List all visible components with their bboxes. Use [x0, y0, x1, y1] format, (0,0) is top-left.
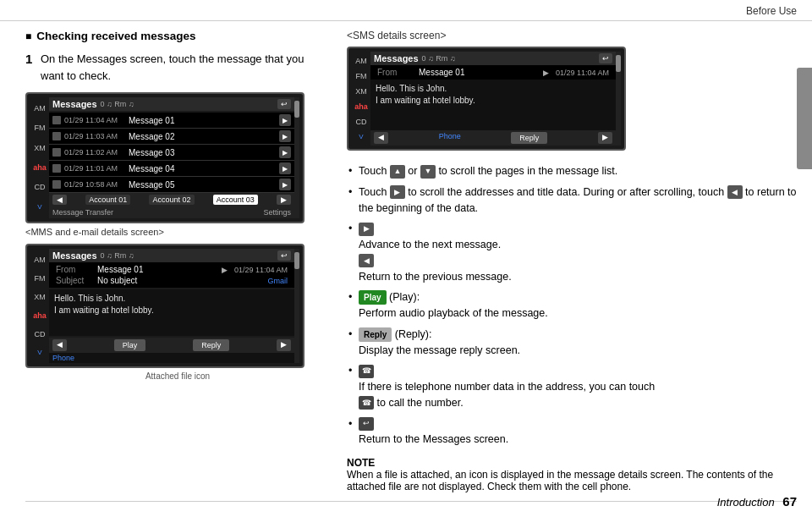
play-btn[interactable]: ▶ [279, 130, 291, 142]
mms-play-btn[interactable]: Play [114, 339, 146, 351]
aha-icon: aha [31, 162, 48, 173]
table-row[interactable]: 01/29 11:01 AM Message 04 ▶ [49, 161, 294, 177]
table-row[interactable]: 01/29 11:04 AM Message 01 ▶ [49, 113, 294, 129]
nav-right[interactable]: ▶ [277, 195, 291, 205]
play-label[interactable]: Play [359, 290, 387, 305]
note-text: When a file is attached, an icon is disp… [347, 469, 773, 492]
side-icons: AM FM XM aha CD V [30, 97, 49, 218]
message-list: 01/29 11:04 AM Message 01 ▶ 01/29 11:03 … [49, 113, 294, 193]
sms-from-label: From [377, 68, 415, 77]
top-bar-left: Messages 0 ♫ Rm ♫ [52, 99, 134, 109]
mms-back-btn[interactable]: ↩ [277, 250, 291, 261]
mms-screen-row: AM FM XM aha CD V Messages 0 ♫ Rm ♫ ↩ [30, 249, 299, 363]
msg-name: Message 04 [129, 164, 276, 173]
sms-screen-mockup: AM FM XM aha CD V Messages 0 ♫ Rm ♫ ↩ [347, 47, 626, 151]
phone-icon2: ☎ [359, 396, 374, 410]
subject-label: Subject [56, 276, 94, 285]
step1: 1 On the Messages screen, touch the mess… [25, 51, 330, 84]
up-arrow-btn[interactable] [390, 165, 405, 179]
nav-left[interactable]: ◀ [52, 195, 67, 205]
mms-nav-left[interactable]: ◀ [52, 339, 67, 351]
msg-name: Message 02 [129, 132, 276, 141]
note-section: NOTE When a file is attached, an icon is… [347, 457, 797, 492]
mms-phone-label: Phone [49, 353, 294, 363]
play-btn[interactable]: ▶ [279, 114, 291, 126]
attached-caption: Attached file icon [25, 371, 330, 381]
sms-from-value: Message 01 [419, 68, 540, 77]
sms-icons-text: 0 ♫ Rm ♫ [422, 54, 456, 63]
mms-nav-right[interactable]: ▶ [277, 339, 291, 351]
sms-reply-btn[interactable]: Reply [511, 132, 547, 144]
subject-value: No subject [97, 276, 264, 285]
msg-icon [52, 180, 61, 189]
sms-phone-label: Phone [439, 132, 461, 144]
sms-nav-left[interactable]: ◀ [374, 132, 388, 144]
table-row[interactable]: 01/29 11:02 AM Message 03 ▶ [49, 145, 294, 161]
right-column: <SMS details screen> AM FM XM aha CD V M… [347, 30, 797, 492]
left-arrow-btn1[interactable] [727, 185, 743, 199]
v-label2: V [31, 347, 48, 359]
play-icon[interactable]: ▶ [222, 266, 228, 274]
list-item: Touch or to scroll the pages in the mess… [347, 161, 797, 182]
settings-btn[interactable]: Settings [263, 208, 291, 217]
msg-date: 01/29 11:04 AM [64, 116, 125, 124]
msg-icon [52, 164, 61, 173]
from-label: From [56, 265, 94, 274]
sms-scroll-thumb [616, 55, 621, 72]
mms-screen-mockup: AM FM XM aha CD V Messages 0 ♫ Rm ♫ ↩ [25, 244, 304, 368]
account03-btn[interactable]: Account 03 [213, 195, 258, 205]
play-btn[interactable]: ▶ [279, 162, 291, 174]
footer-intro: Introduction [717, 496, 775, 509]
play-btn[interactable]: ▶ [279, 179, 291, 190]
account01-btn[interactable]: Account 01 [85, 195, 130, 205]
mms-scroll-thumb [294, 252, 299, 269]
back-button[interactable]: ↩ [277, 99, 291, 109]
transfer-btn[interactable]: Message Transfer [52, 208, 113, 217]
sms-title: Messages [374, 53, 419, 63]
section-heading: Checking received messages [25, 30, 330, 42]
mms-body-text: Hello. This is John.I am waiting at hote… [54, 294, 154, 315]
step-number: 1 [25, 52, 32, 66]
sms-back-btn[interactable]: ↩ [599, 53, 612, 63]
sms-from: From Message 01 ▶ 01/29 11:04 AM [374, 67, 612, 78]
v-label3: V [353, 131, 370, 143]
msg-date: 01/29 11:01 AM [64, 164, 125, 173]
left-arrow-btn2[interactable] [359, 254, 374, 267]
sms-nav-right[interactable]: ▶ [598, 132, 612, 144]
account02-btn[interactable]: Account 02 [149, 195, 194, 205]
right-arrow-btn1[interactable] [390, 185, 405, 199]
sms-play-icon[interactable]: ▶ [543, 69, 549, 77]
xm-icon3: XM [353, 85, 370, 97]
msg-date: 01/29 11:03 AM [64, 132, 125, 140]
mms-body: Hello. This is John.I am waiting at hote… [49, 289, 294, 336]
page-footer: Introduction 67 [717, 494, 797, 509]
sms-body-text: Hello. This is John.I am waiting at hote… [376, 84, 475, 105]
msg-list: Messages 0 ♫ Rm ♫ ↩ 01/29 11:04 AM Messa… [49, 97, 294, 218]
mms-title: Messages [52, 250, 97, 261]
mms-reply-btn[interactable]: Reply [193, 339, 229, 351]
advance-text: Advance to the next message. [359, 239, 501, 250]
am-icon: AM [31, 102, 48, 114]
down-arrow-btn[interactable] [420, 165, 436, 179]
scroll-thumb [294, 101, 299, 118]
screen-top-bar: Messages 0 ♫ Rm ♫ ↩ [49, 97, 294, 111]
screen-action-bar: Message Transfer Settings [49, 206, 294, 218]
msg-icon [52, 116, 61, 124]
table-row[interactable]: 01/29 10:58 AM Message 05 ▶ [49, 177, 294, 193]
right-arrow-btn2[interactable] [359, 223, 374, 236]
mms-content: Messages 0 ♫ Rm ♫ ↩ From Message 01 ▶ 01… [49, 249, 294, 363]
footer-divider [25, 501, 797, 502]
sms-content: Messages 0 ♫ Rm ♫ ↩ From Message 01 ▶ 01… [370, 52, 616, 146]
msg-name: Message 03 [129, 148, 276, 157]
play-btn[interactable]: ▶ [279, 146, 291, 158]
back-icon[interactable]: ↩ [359, 417, 374, 431]
phone-icon: ☎ [359, 365, 374, 378]
mms-side-icons: AM FM XM aha CD V [30, 249, 49, 363]
page-number: 67 [782, 494, 797, 509]
bullet-list: Touch or to scroll the pages in the mess… [347, 161, 797, 450]
table-row[interactable]: 01/29 11:03 AM Message 02 ▶ [49, 129, 294, 145]
bullet1-text: to scroll the pages in the message list. [438, 165, 617, 177]
mms-subject-row: Subject No subject Gmail [52, 275, 291, 286]
cd-icon3: CD [353, 116, 370, 128]
reply-label[interactable]: Reply [359, 327, 392, 342]
